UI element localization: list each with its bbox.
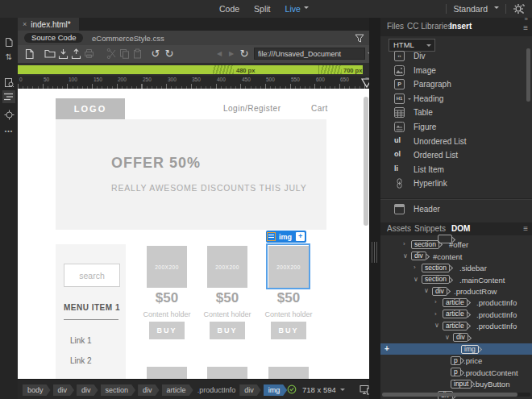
tag-div[interactable]: div	[239, 384, 261, 396]
get-file-icon[interactable]	[58, 48, 69, 60]
insert-item-list-item[interactable]: li List Item	[380, 164, 530, 177]
insert-item-heading[interactable]: H1 Heading	[380, 93, 530, 106]
insert-item-figure[interactable]: Figure	[380, 121, 530, 135]
buy-button[interactable]: BUY	[210, 322, 245, 339]
expander-icon[interactable]: ∨	[445, 334, 450, 341]
back-icon[interactable]: ◀	[214, 48, 225, 60]
add-element-icon[interactable]: +	[296, 232, 305, 241]
expander-icon[interactable]: ∨	[403, 252, 408, 260]
dom-row-productinfo[interactable]: › article .productInfo	[380, 297, 532, 308]
dom-horizontal-scrollbar[interactable]	[382, 393, 530, 397]
tag-div[interactable]: div	[77, 384, 98, 396]
heading-dropdown-icon[interactable]	[408, 98, 411, 102]
element-hamburger-icon[interactable]	[267, 232, 276, 241]
dom-row-img-selected[interactable]: + img	[380, 343, 532, 355]
tag-div[interactable]: div	[138, 384, 160, 396]
window-size-dropdown-icon[interactable]	[340, 389, 345, 393]
tab-insert[interactable]: Insert	[450, 18, 472, 35]
splitter-handle[interactable]	[372, 242, 378, 263]
insert-panel-scrollbar[interactable]	[526, 48, 530, 102]
panel-splitter[interactable]	[369, 18, 380, 399]
insert-item-unordered-list[interactable]: ul Unordered List	[380, 135, 530, 149]
insert-node-icon[interactable]: +	[384, 344, 389, 353]
copy-icon[interactable]	[119, 48, 131, 60]
workspace-switcher[interactable]: Standard	[453, 4, 488, 14]
document-tab[interactable]: × index.html*	[18, 18, 79, 31]
dom-row-productrow[interactable]: ∨ div .productRow	[380, 285, 532, 297]
scrollbar-thumb[interactable]	[382, 393, 517, 397]
expander-icon[interactable]: ∨	[424, 287, 429, 294]
tag-body[interactable]: body	[23, 384, 51, 396]
product-image[interactable]: 200X200	[207, 246, 247, 288]
tag-productinfo-class[interactable]: .productInfo	[196, 384, 238, 396]
forward-icon[interactable]: ▶	[226, 48, 237, 60]
dom-row-partial[interactable]	[380, 227, 532, 239]
dom-row-productinfo[interactable]: ∨ article .productInfo	[380, 320, 532, 331]
insert-item-image[interactable]: Image	[380, 64, 530, 78]
canvas-scrollbar[interactable]	[364, 97, 368, 226]
cut-icon[interactable]	[106, 48, 118, 60]
put-file-icon[interactable]	[71, 48, 82, 60]
source-code-button[interactable]: Source Code	[24, 33, 83, 43]
close-tab-icon[interactable]: ×	[23, 20, 27, 28]
media-query-strip[interactable]: 480 px 700 px	[18, 65, 363, 74]
open-folder-icon[interactable]	[44, 48, 56, 60]
cart-link[interactable]: Cart	[311, 104, 328, 113]
expander-icon[interactable]: ›	[434, 298, 437, 305]
expander-icon[interactable]: ∨	[434, 322, 439, 329]
redo-icon[interactable]: ↻	[164, 48, 175, 60]
lint-ok-icon[interactable]	[287, 384, 297, 394]
workspace-dropdown-icon[interactable]	[494, 6, 499, 11]
search-input[interactable]	[64, 264, 120, 287]
new-document-icon[interactable]	[24, 48, 35, 60]
split-view-button[interactable]: Split	[254, 4, 270, 14]
target-icon[interactable]	[2, 108, 15, 121]
dom-row-buybutton[interactable]: input .buyButton	[380, 378, 532, 389]
file-icon[interactable]	[2, 35, 15, 48]
sidebar-link-2[interactable]: Link 2	[70, 356, 92, 365]
refresh-icon[interactable]: ↻	[239, 48, 250, 60]
dom-row-price[interactable]: p .price	[380, 355, 532, 366]
dom-row-productinfo[interactable]: › article .productInfo	[380, 309, 532, 320]
dom-row-offer[interactable]: › section #offer	[380, 239, 532, 250]
dom-row-sidebar[interactable]: › section .sidebar	[380, 262, 532, 273]
element-display[interactable]: img +	[266, 231, 306, 243]
collapse-panels-icon[interactable]: »	[525, 15, 528, 23]
insert-item-table[interactable]: Table	[380, 106, 530, 120]
product-image[interactable]: 200X200	[147, 246, 187, 288]
dom-row-productcontent[interactable]: p .productContent	[380, 367, 532, 378]
dom-row-maincontent[interactable]: ∨ section .mainContent	[380, 274, 532, 285]
insert-item-paragraph[interactable]: P Paragraph	[380, 78, 530, 92]
related-stylesheet-button[interactable]: eCommerceStyle.css	[92, 34, 164, 43]
filter-icon[interactable]	[355, 33, 364, 43]
expander-icon[interactable]: ∨	[414, 276, 418, 283]
insert-item-hyperlink[interactable]: Hyperlink	[380, 177, 530, 191]
product-image[interactable]	[268, 367, 309, 379]
product-image[interactable]	[207, 367, 247, 379]
expander-icon[interactable]: ›	[434, 310, 437, 318]
live-view-canvas[interactable]: LOGO Login/Register Cart OFFER 50% REALL…	[18, 89, 369, 379]
window-size-indicator[interactable]: 718 x 594	[302, 385, 336, 394]
address-field[interactable]	[254, 48, 365, 60]
code-inspect-icon[interactable]	[2, 76, 15, 89]
code-view-button[interactable]: Code	[219, 4, 239, 14]
buy-button[interactable]: BUY	[149, 322, 185, 339]
tag-img-active[interactable]: img	[264, 384, 288, 396]
tab-files[interactable]: Files	[387, 18, 404, 35]
dom-panel-icon[interactable]	[2, 90, 15, 103]
expander-icon[interactable]: ›	[414, 264, 416, 271]
live-view-button[interactable]: Live	[285, 4, 301, 14]
tag-section[interactable]: section	[101, 384, 136, 396]
sync-settings-icon[interactable]	[513, 3, 526, 15]
paste-icon[interactable]	[132, 48, 143, 60]
login-register-link[interactable]: Login/Register	[223, 104, 281, 113]
undo-icon[interactable]: ↺	[150, 48, 161, 60]
buy-button[interactable]: BUY	[271, 322, 306, 339]
insert-item-div[interactable]: ‹› Div	[380, 50, 530, 64]
dom-row-content[interactable]: ∨ div #content	[380, 251, 532, 262]
dom-row-div[interactable]: ∨ div	[380, 332, 532, 343]
insert-item-ordered-list[interactable]: ol Ordered List	[380, 149, 530, 163]
tag-div[interactable]: div	[53, 384, 75, 396]
live-view-dropdown-icon[interactable]	[304, 6, 309, 11]
tab-cc-libraries[interactable]: CC Libraries	[407, 18, 452, 35]
